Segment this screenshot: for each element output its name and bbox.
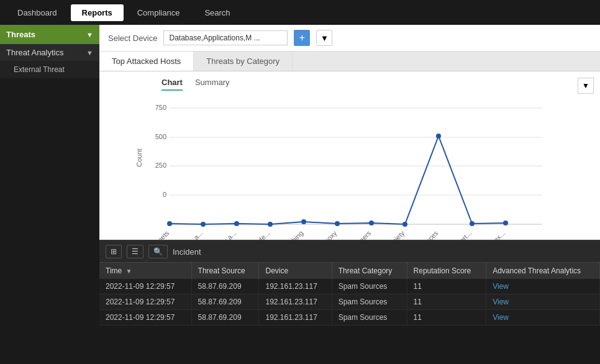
cell-threat-source: 58.87.69.209 — [191, 310, 259, 325]
cell-threat-source: 58.87.69.209 — [191, 279, 259, 294]
data-point-1 — [201, 222, 206, 227]
chevron-down-button[interactable]: ▼ — [578, 78, 594, 94]
content-area: Select Device Database,Applications,M ..… — [99, 25, 600, 364]
cell-advanced-threat: View — [486, 294, 600, 310]
nav-reports[interactable]: Reports — [71, 4, 124, 21]
cell-threat-category: Spam Sources — [332, 279, 407, 294]
device-select-value: Database,Applications,M ... — [169, 34, 281, 42]
data-point-8 — [436, 134, 441, 139]
cell-reputation-score: 11 — [407, 294, 486, 310]
chart-tabs: Chart Summary — [112, 78, 588, 91]
svg-text:business a...: business a... — [171, 229, 204, 240]
sidebar-section-label: Threat Analytics — [6, 48, 64, 57]
search-icon: 🔍 — [153, 247, 163, 256]
incident-label: Incident — [173, 247, 201, 257]
table-row: 2022-11-09 12:29:57 58.87.69.209 192.161… — [99, 294, 600, 310]
svg-text:phishing: phishing — [281, 229, 304, 240]
svg-text:windows ex...: windows ex... — [472, 229, 507, 240]
nav-dashboard[interactable]: Dashboard — [6, 4, 68, 21]
data-point-10 — [503, 221, 508, 225]
add-device-button[interactable]: + — [294, 30, 310, 46]
sidebar-item-external-threat[interactable]: External Threat — [0, 61, 99, 78]
col-threat-category-label: Threat Category — [339, 266, 393, 275]
col-advanced-threat: Advanced Threat Analytics — [486, 263, 600, 279]
cell-time: 2022-11-09 12:29:57 — [99, 279, 191, 294]
svg-text:proxy: proxy — [321, 229, 339, 240]
view-link-1[interactable]: View — [493, 298, 509, 306]
cell-device: 192.161.23.117 — [259, 279, 332, 294]
list-icon: ☰ — [132, 247, 139, 256]
chart-container: ▼ Chart Summary — [99, 71, 600, 240]
cell-threat-category: Spam Sources — [332, 310, 407, 325]
data-point-0 — [167, 221, 172, 226]
col-reputation-score-label: Reputation Score — [414, 266, 471, 275]
table-row: 2022-11-09 12:29:57 58.87.69.209 192.161… — [99, 279, 600, 294]
view-link-2[interactable]: View — [493, 313, 509, 322]
section-arrow-icon: ▼ — [86, 49, 93, 57]
svg-text:500: 500 — [155, 133, 166, 140]
device-bar: Select Device Database,Applications,M ..… — [99, 25, 600, 52]
bottom-toolbar: ⊞ ☰ 🔍 Incident — [99, 241, 600, 263]
top-nav: Dashboard Reports Compliance Search — [0, 0, 600, 25]
sort-arrow-icon: ▼ — [126, 268, 132, 275]
search-view-button[interactable]: 🔍 — [148, 245, 168, 258]
cell-device: 192.161.23.117 — [259, 294, 332, 310]
nav-compliance[interactable]: Compliance — [126, 4, 191, 21]
sub-tab-label-1: Top Attacked Hosts — [112, 57, 181, 66]
cell-reputation-score: 11 — [407, 279, 486, 294]
svg-text:scanners: scanners — [347, 229, 372, 240]
data-point-2 — [234, 221, 239, 226]
svg-text:content de...: content de... — [239, 229, 271, 240]
data-point-7 — [402, 222, 407, 227]
chart-tab-summary-label: Summary — [195, 78, 230, 87]
chart-tab-chart[interactable]: Chart — [161, 78, 183, 91]
chart-svg: 750 500 250 0 Count — [132, 96, 567, 240]
svg-text:web advert...: web advert... — [440, 229, 473, 240]
col-device: Device — [259, 263, 332, 279]
chart-tab-chart-label: Chart — [161, 78, 183, 87]
data-point-9 — [470, 221, 475, 226]
svg-text:computer a...: computer a... — [204, 229, 238, 240]
cell-threat-source: 58.87.69.209 — [191, 294, 259, 310]
cell-device: 192.161.23.117 — [259, 310, 332, 325]
cell-time: 2022-11-09 12:29:57 — [99, 294, 191, 310]
filter-icon: ▼ — [320, 34, 329, 43]
cell-time: 2022-11-09 12:29:57 — [99, 310, 191, 325]
sidebar-item-label: External Threat — [14, 65, 65, 74]
col-device-label: Device — [265, 266, 288, 275]
device-select-box[interactable]: Database,Applications,M ... — [163, 30, 288, 45]
view-link-0[interactable]: View — [493, 282, 509, 291]
table-header: Time ▼ Threat Source Device Threat Categ… — [99, 263, 600, 279]
sub-tab-label-2: Threats by Category — [206, 57, 280, 66]
chart-tab-summary[interactable]: Summary — [195, 78, 230, 91]
nav-search[interactable]: Search — [193, 4, 241, 21]
bottom-panel: ⊞ ☰ 🔍 Incident Time ▼ — [99, 240, 600, 364]
data-table: Time ▼ Threat Source Device Threat Categ… — [99, 263, 600, 364]
cell-advanced-threat: View — [486, 310, 600, 325]
data-point-6 — [369, 221, 374, 225]
chart-line — [170, 136, 506, 224]
table-view-button[interactable]: ⊞ — [106, 245, 122, 258]
sidebar-dropdown[interactable]: Threats ▼ — [0, 25, 99, 44]
cell-threat-category: Spam Sources — [332, 294, 407, 310]
col-threat-source-label: Threat Source — [198, 266, 245, 275]
sub-tab-top-attacked-hosts[interactable]: Top Attacked Hosts — [99, 52, 194, 71]
main-layout: Threats ▼ Threat Analytics ▼ External Th… — [0, 25, 600, 364]
sidebar-section-threat-analytics[interactable]: Threat Analytics ▼ — [0, 44, 99, 61]
sub-tab-threats-by-category[interactable]: Threats by Category — [194, 52, 293, 71]
list-view-button[interactable]: ☰ — [127, 245, 143, 258]
sidebar: Threats ▼ Threat Analytics ▼ External Th… — [0, 25, 99, 364]
data-point-5 — [335, 221, 340, 226]
col-advanced-threat-label: Advanced Threat Analytics — [493, 266, 581, 275]
col-reputation-score: Reputation Score — [407, 263, 486, 279]
svg-text:spam sources: spam sources — [404, 229, 440, 240]
svg-text:0: 0 — [163, 191, 166, 198]
sub-tabs: Top Attacked Hosts Threats by Category — [99, 52, 600, 71]
chevron-down-icon: ▼ — [582, 81, 589, 90]
table-icon: ⊞ — [111, 247, 117, 256]
table-row: 2022-11-09 12:29:57 58.87.69.209 192.161… — [99, 310, 600, 325]
device-label: Select Device — [108, 34, 157, 43]
filter-button[interactable]: ▼ — [316, 30, 332, 46]
data-point-4 — [301, 219, 306, 224]
svg-text:society: society — [386, 229, 406, 240]
